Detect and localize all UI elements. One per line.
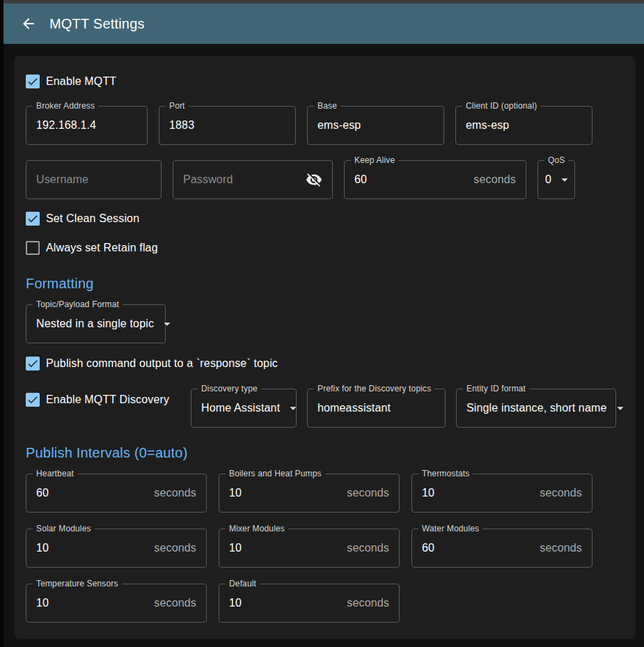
interval-label: Water Modules bbox=[418, 524, 482, 534]
publish-intervals-grid: Heartbeat seconds Boilers and Heat Pumps… bbox=[26, 474, 624, 623]
page-body: Enable MQTT Broker Address Port Base Cli… bbox=[0, 44, 644, 647]
qos-value: 0 bbox=[545, 173, 551, 186]
publish-response-checkbox[interactable]: Publish command output to a `response` t… bbox=[26, 355, 278, 372]
discovery-prefix-field: Prefix for the Discovery topics bbox=[307, 389, 446, 428]
topic-payload-format-select[interactable]: Topic/Payload Format Nested in a single … bbox=[26, 304, 166, 343]
publish-intervals-heading: Publish Intervals (0=auto) bbox=[26, 445, 624, 461]
topic-payload-format-value: Nested in a single topic bbox=[36, 318, 154, 330]
boilers-interval-field: Boilers and Heat Pumps seconds bbox=[219, 474, 400, 513]
broker-address-label: Broker Address bbox=[33, 101, 98, 111]
discovery-type-value: Home Assistant bbox=[201, 402, 280, 414]
water-interval-input[interactable] bbox=[422, 542, 540, 554]
mixer-interval-input[interactable] bbox=[229, 542, 347, 554]
interval-label: Default bbox=[226, 579, 260, 589]
heartbeat-interval-input[interactable] bbox=[36, 487, 154, 499]
discovery-type-label: Discovery type bbox=[198, 384, 261, 394]
checkbox-checked-icon bbox=[26, 357, 40, 371]
credentials-row: Keep Alive seconds QoS 0 bbox=[26, 160, 624, 199]
retain-flag-label: Always set Retain flag bbox=[46, 242, 158, 254]
window-left-edge bbox=[0, 0, 3, 647]
arrow-back-icon bbox=[20, 15, 37, 32]
qos-select[interactable]: QoS 0 bbox=[537, 160, 575, 199]
retain-flag-checkbox[interactable]: Always set Retain flag bbox=[26, 240, 158, 256]
clean-session-label: Set Clean Session bbox=[46, 212, 139, 225]
topic-payload-format-label: Topic/Payload Format bbox=[33, 299, 123, 310]
client-id-field: Client ID (optional) bbox=[455, 106, 592, 145]
chevron-down-icon bbox=[557, 172, 572, 187]
temperature-interval-field: Temperature Sensors seconds bbox=[26, 584, 207, 623]
thermostats-interval-input[interactable] bbox=[422, 487, 540, 499]
checkbox-checked-icon bbox=[26, 212, 40, 226]
interval-label: Temperature Sensors bbox=[33, 579, 122, 589]
keep-alive-suffix: seconds bbox=[473, 173, 516, 186]
publish-response-label: Publish command output to a `response` t… bbox=[46, 357, 278, 370]
keep-alive-field: Keep Alive seconds bbox=[344, 160, 526, 199]
port-label: Port bbox=[166, 101, 189, 111]
base-label: Base bbox=[314, 101, 340, 111]
chevron-down-icon bbox=[285, 400, 301, 416]
enable-discovery-checkbox[interactable]: Enable MQTT Discovery bbox=[26, 391, 180, 408]
page-title: MQTT Settings bbox=[49, 16, 145, 32]
client-id-input[interactable] bbox=[466, 119, 582, 132]
water-interval-field: Water Modules seconds bbox=[411, 529, 592, 568]
solar-interval-field: Solar Modules seconds bbox=[26, 529, 207, 568]
mixer-interval-field: Mixer Modules seconds bbox=[219, 529, 400, 568]
username-input[interactable] bbox=[36, 173, 151, 186]
formatting-heading: Formatting bbox=[26, 276, 624, 292]
enable-mqtt-checkbox[interactable]: Enable MQTT bbox=[26, 73, 116, 90]
entity-id-format-select[interactable]: Entity ID format Single instance, short … bbox=[456, 389, 616, 428]
checkbox-checked-icon bbox=[26, 75, 40, 88]
connection-fields-row: Broker Address Port Base Client ID (opti… bbox=[26, 106, 624, 145]
visibility-off-icon bbox=[306, 171, 322, 188]
username-field bbox=[26, 160, 162, 199]
port-input[interactable] bbox=[169, 119, 285, 132]
interval-label: Heartbeat bbox=[33, 469, 77, 479]
enable-mqtt-label: Enable MQTT bbox=[46, 75, 116, 88]
interval-suffix: seconds bbox=[154, 542, 196, 554]
keep-alive-label: Keep Alive bbox=[351, 155, 398, 166]
interval-suffix: seconds bbox=[540, 542, 582, 554]
enable-discovery-label: Enable MQTT Discovery bbox=[46, 393, 169, 406]
settings-card: Enable MQTT Broker Address Port Base Cli… bbox=[14, 56, 636, 639]
discovery-type-select[interactable]: Discovery type Home Assistant bbox=[191, 389, 297, 428]
base-field: Base bbox=[307, 106, 444, 145]
temperature-interval-input[interactable] bbox=[36, 597, 154, 609]
back-button[interactable] bbox=[20, 15, 37, 32]
interval-suffix: seconds bbox=[347, 542, 389, 554]
interval-suffix: seconds bbox=[540, 487, 582, 499]
clean-session-checkbox[interactable]: Set Clean Session bbox=[26, 210, 139, 227]
default-interval-input[interactable] bbox=[229, 597, 347, 609]
discovery-row: Enable MQTT Discovery Discovery type Hom… bbox=[26, 389, 624, 428]
entity-id-format-label: Entity ID format bbox=[463, 384, 529, 394]
interval-label: Boilers and Heat Pumps bbox=[226, 469, 325, 479]
entity-id-format-value: Single instance, short name bbox=[466, 402, 607, 414]
heartbeat-interval-field: Heartbeat seconds bbox=[26, 474, 207, 513]
chevron-down-icon bbox=[159, 316, 175, 332]
qos-label: QoS bbox=[544, 155, 568, 166]
interval-suffix: seconds bbox=[154, 597, 196, 609]
discovery-prefix-label: Prefix for the Discovery topics bbox=[314, 384, 434, 394]
solar-interval-input[interactable] bbox=[36, 542, 154, 554]
interval-label: Thermostats bbox=[418, 469, 473, 479]
interval-suffix: seconds bbox=[347, 597, 389, 609]
base-input[interactable] bbox=[317, 119, 434, 132]
checkbox-unchecked-icon bbox=[26, 241, 40, 255]
boilers-interval-input[interactable] bbox=[229, 487, 347, 499]
checkbox-checked-icon bbox=[26, 393, 40, 407]
toggle-password-visibility-button[interactable] bbox=[306, 171, 322, 188]
discovery-prefix-input[interactable] bbox=[317, 402, 435, 414]
password-input[interactable] bbox=[183, 173, 306, 186]
interval-suffix: seconds bbox=[154, 487, 196, 499]
broker-address-field: Broker Address bbox=[26, 106, 148, 145]
thermostats-interval-field: Thermostats seconds bbox=[411, 474, 592, 513]
client-id-label: Client ID (optional) bbox=[462, 101, 540, 111]
default-interval-field: Default seconds bbox=[219, 584, 400, 623]
chevron-down-icon bbox=[613, 400, 628, 416]
interval-suffix: seconds bbox=[347, 487, 389, 499]
port-field: Port bbox=[159, 106, 296, 145]
interval-label: Mixer Modules bbox=[226, 524, 288, 534]
interval-label: Solar Modules bbox=[33, 524, 95, 534]
keep-alive-input[interactable] bbox=[354, 173, 473, 186]
broker-address-input[interactable] bbox=[36, 119, 137, 132]
password-field bbox=[173, 160, 333, 199]
